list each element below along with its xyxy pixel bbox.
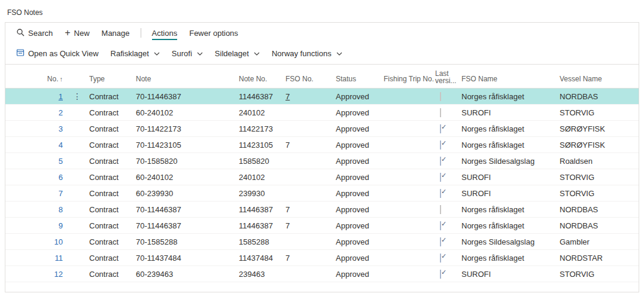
cell-last-version[interactable] <box>434 141 460 149</box>
last-version-checkbox[interactable] <box>440 205 441 214</box>
table-row[interactable]: 7 Contract 60-239930 239930 Approved SUR… <box>5 185 639 202</box>
menu-surofi[interactable]: Surofi <box>166 43 209 64</box>
cell-note[interactable]: 70-1585288 <box>135 237 238 246</box>
cell-fso-name[interactable]: Norges Sildesalgslag <box>460 237 558 246</box>
cell-last-version[interactable] <box>434 108 460 117</box>
table-row[interactable]: 2 Contract 60-240102 240102 Approved SUR… <box>5 105 639 121</box>
cell-no[interactable]: 3 <box>5 124 66 133</box>
cell-last-version[interactable] <box>434 157 460 166</box>
cell-note[interactable]: 60-239463 <box>135 270 238 279</box>
table-row[interactable]: 3 Contract 70-11422173 11422173 Approved… <box>5 121 639 137</box>
cell-type[interactable]: Contract <box>88 173 135 182</box>
table-row[interactable]: 1 ⋮ Contract 70-11446387 11446387 7 Appr… <box>5 89 639 105</box>
table-row[interactable]: 4 Contract 70-11423105 11423105 7 Approv… <box>5 137 639 153</box>
table-row[interactable]: 5 Contract 70-1585820 1585820 Approved N… <box>5 153 639 169</box>
column-header-status[interactable]: Status <box>335 75 382 88</box>
row-no-link[interactable]: 7 <box>59 189 63 198</box>
menu-sildelaget[interactable]: Sildelaget <box>209 43 266 64</box>
table-row[interactable]: 8 Contract 70-11446387 11446387 7 Approv… <box>5 202 639 218</box>
cell-last-version[interactable] <box>434 270 460 279</box>
cell-last-version[interactable] <box>434 173 460 182</box>
cell-no[interactable]: 7 <box>5 189 66 198</box>
table-row[interactable]: 10 Contract 70-1585288 1585288 Approved … <box>5 234 639 250</box>
cell-note-no[interactable]: 11437484 <box>238 254 284 263</box>
cell-status[interactable]: Approved <box>335 237 382 246</box>
cell-note-no[interactable]: 239463 <box>238 270 284 279</box>
cell-fso-name[interactable]: Norges råfisklaget <box>460 254 558 263</box>
cell-type[interactable]: Contract <box>88 237 135 246</box>
cell-vessel-name[interactable]: Roaldsen <box>558 157 639 166</box>
cell-note[interactable]: 70-1585820 <box>135 157 238 166</box>
cell-no[interactable]: 2 <box>5 108 66 117</box>
cell-vessel-name[interactable]: NORDBAS <box>558 221 639 230</box>
last-version-checkbox[interactable] <box>440 173 441 182</box>
row-no-link[interactable]: 10 <box>54 237 63 246</box>
cell-fso-name[interactable]: Norges råfisklaget <box>460 205 558 214</box>
cell-last-version[interactable] <box>434 254 460 263</box>
cell-no[interactable]: 12 <box>5 270 66 279</box>
cell-status[interactable]: Approved <box>335 205 382 214</box>
last-version-checkbox[interactable] <box>440 254 441 263</box>
cell-no[interactable]: 5 <box>5 157 66 166</box>
last-version-checkbox[interactable] <box>440 108 441 117</box>
fewer-options-button[interactable]: Fewer options <box>183 23 244 43</box>
cell-type[interactable]: Contract <box>88 124 135 133</box>
column-header-type[interactable]: Type <box>88 75 135 88</box>
last-version-checkbox[interactable] <box>440 189 441 198</box>
table-row[interactable]: 12 Contract 60-239463 239463 Approved SU… <box>5 266 639 282</box>
column-header-note[interactable]: Note <box>135 75 238 88</box>
row-no-link[interactable]: 1 <box>59 92 63 101</box>
manage-menu-button[interactable]: Manage <box>96 23 136 43</box>
cell-vessel-name[interactable]: Gambler <box>558 237 639 246</box>
cell-note-no[interactable]: 11446387 <box>238 92 284 101</box>
cell-fso-no[interactable]: 7 <box>284 254 335 263</box>
cell-note-no[interactable]: 240102 <box>238 108 284 117</box>
cell-no[interactable]: 9 <box>5 221 66 230</box>
cell-status[interactable]: Approved <box>335 141 382 149</box>
cell-vessel-name[interactable]: STORVIG <box>558 108 639 117</box>
cell-note[interactable]: 70-11422173 <box>135 124 238 133</box>
cell-last-version[interactable] <box>434 124 460 133</box>
cell-no[interactable]: 1 <box>5 92 66 101</box>
last-version-checkbox[interactable] <box>440 157 441 166</box>
cell-fso-name[interactable]: SUROFI <box>460 108 558 117</box>
cell-no[interactable]: 6 <box>5 173 66 182</box>
cell-note[interactable]: 60-239930 <box>135 189 238 198</box>
cell-status[interactable]: Approved <box>335 173 382 182</box>
cell-status[interactable]: Approved <box>335 254 382 263</box>
cell-note[interactable]: 70-11437484 <box>135 254 238 263</box>
cell-status[interactable]: Approved <box>335 157 382 166</box>
last-version-checkbox[interactable] <box>440 270 441 279</box>
cell-vessel-name[interactable]: SØRØYFISK <box>558 124 639 133</box>
cell-fso-name[interactable]: Norges råfisklaget <box>460 221 558 230</box>
new-button[interactable]: + New <box>59 23 95 43</box>
column-header-fso-no[interactable]: FSO No. <box>284 75 335 88</box>
cell-status[interactable]: Approved <box>335 189 382 198</box>
cell-vessel-name[interactable]: STORVIG <box>558 270 639 279</box>
cell-type[interactable]: Contract <box>88 92 135 101</box>
last-version-checkbox[interactable] <box>440 92 441 101</box>
cell-type[interactable]: Contract <box>88 221 135 230</box>
cell-status[interactable]: Approved <box>335 124 382 133</box>
cell-fso-no[interactable]: 7 <box>284 141 335 149</box>
table-row[interactable]: 9 Contract 70-11446387 11446387 7 Approv… <box>5 218 639 234</box>
cell-note[interactable]: 70-11423105 <box>135 141 238 149</box>
row-no-link[interactable]: 9 <box>59 221 63 230</box>
cell-note[interactable]: 70-11446387 <box>135 205 238 214</box>
cell-no[interactable]: 10 <box>5 237 66 246</box>
cell-fso-name[interactable]: SUROFI <box>460 189 558 198</box>
cell-fso-no[interactable]: 7 <box>284 221 335 230</box>
cell-last-version[interactable] <box>434 221 460 230</box>
cell-type[interactable]: Contract <box>88 157 135 166</box>
cell-fso-name[interactable]: Norges Sildesalgslag <box>460 157 558 166</box>
cell-note-no[interactable]: 11446387 <box>238 205 284 214</box>
row-no-link[interactable]: 5 <box>59 157 63 166</box>
row-no-link[interactable]: 11 <box>55 254 63 263</box>
menu-rafisklaget[interactable]: Rafisklaget <box>105 43 166 64</box>
column-header-vessel-name[interactable]: Vessel Name <box>558 75 639 88</box>
cell-no[interactable]: 8 <box>5 205 66 214</box>
cell-last-version[interactable] <box>434 205 460 214</box>
table-row[interactable]: 11 Contract 70-11437484 11437484 7 Appro… <box>5 250 639 266</box>
menu-norway-functions[interactable]: Norway functions <box>266 43 348 64</box>
column-header-fso-name[interactable]: FSO Name <box>460 75 558 88</box>
